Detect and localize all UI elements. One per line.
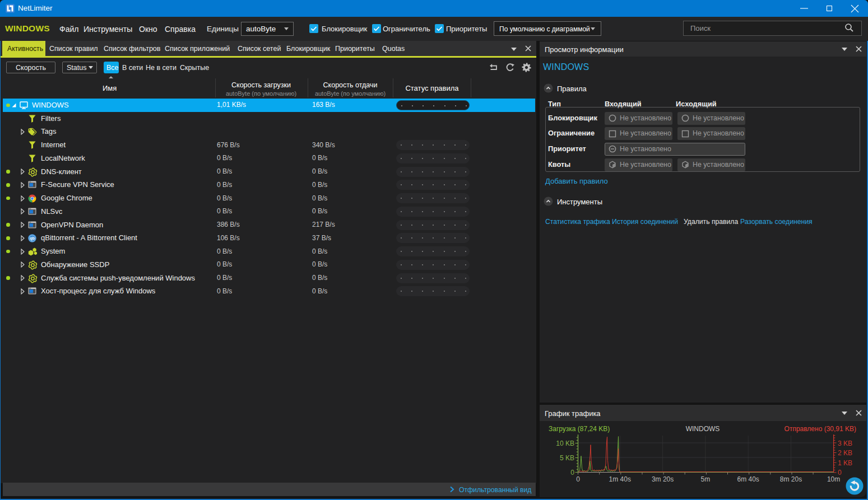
- svg-text:qb: qb: [30, 236, 35, 241]
